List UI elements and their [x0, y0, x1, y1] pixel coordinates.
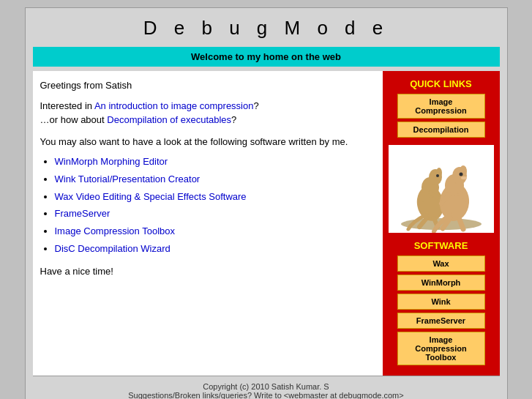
intro-text: Interested in [40, 100, 94, 111]
intro-or: …or how about [40, 114, 108, 125]
software-title: SOFTWARE [414, 240, 468, 251]
quick-links-buttons: Image CompressionDecompilation [397, 94, 485, 141]
list-item: Wink Tutorial/Presentation Creator [55, 172, 375, 187]
sw-wink-button[interactable]: Wink [397, 294, 485, 310]
right-column: QUICK LINKS Image CompressionDecompilati… [383, 71, 500, 376]
software-link[interactable]: Wax Video Editing & Special Effects Soft… [55, 191, 247, 202]
svg-line-20 [460, 220, 463, 229]
main-content: Greetings from Satish Interested in An i… [33, 71, 500, 376]
left-column: Greetings from Satish Interested in An i… [33, 71, 383, 376]
list-item: DisC Decompilation Wizard [55, 242, 375, 257]
intro-link2[interactable]: Decompilation of executables [107, 114, 231, 125]
intro-mid: ? [253, 100, 258, 111]
list-item: Image Compression Toolbox [55, 224, 375, 239]
software-link[interactable]: Image Compression Toolbox [55, 225, 176, 236]
software-link[interactable]: DisC Decompilation Wizard [55, 243, 171, 254]
sw-image-compression-toolbox-button[interactable]: Image Compression Toolbox [397, 332, 485, 365]
list-item: WinMorph Morphing Editor [55, 154, 375, 170]
list-item: Wax Video Editing & Special Effects Soft… [55, 190, 375, 205]
greeting: Greetings from Satish [33, 78, 375, 93]
ql-image-compression-button[interactable]: Image Compression [397, 94, 485, 119]
body-text: You may also want to have a look at the … [33, 135, 375, 149]
software-link[interactable]: Wink Tutorial/Presentation Creator [55, 174, 201, 184]
svg-point-6 [436, 174, 439, 177]
cartoon-image [390, 145, 492, 233]
sw-frameserver-button[interactable]: FrameServer [397, 313, 485, 329]
software-link[interactable]: FrameServer [55, 208, 110, 219]
svg-point-16 [461, 176, 467, 179]
cartoon-area [389, 145, 494, 233]
svg-point-15 [459, 173, 462, 176]
list-item: FrameServer [55, 206, 375, 222]
sw-winmorph-button[interactable]: WinMorph [397, 275, 485, 291]
footer-line2: Suggestions/Broken links/queries? Write … [33, 391, 500, 399]
sw-wax-button[interactable]: Wax [397, 256, 485, 272]
footer: Copyright (c) 2010 Satish Kumar. S Sugge… [33, 376, 500, 399]
footer-line1: Copyright (c) 2010 Satish Kumar. S [33, 382, 500, 391]
software-buttons: WaxWinMorphWinkFrameServerImage Compress… [397, 256, 485, 368]
welcome-banner: Welcome to my home on the web [33, 47, 500, 67]
intro-end: ? [231, 114, 236, 125]
intro-paragraph: Interested in An introduction to image c… [33, 99, 375, 127]
software-link[interactable]: WinMorph Morphing Editor [55, 156, 168, 167]
quick-links-title: QUICK LINKS [410, 78, 472, 89]
intro-link1[interactable]: An introduction to image compression [94, 100, 254, 111]
closing-text: Have a nice time! [33, 264, 375, 279]
site-title: D e b u g M o d e [26, 8, 507, 47]
software-list: WinMorph Morphing EditorWink Tutorial/Pr… [55, 154, 375, 257]
ql-decompilation-button[interactable]: Decompilation [397, 122, 485, 138]
